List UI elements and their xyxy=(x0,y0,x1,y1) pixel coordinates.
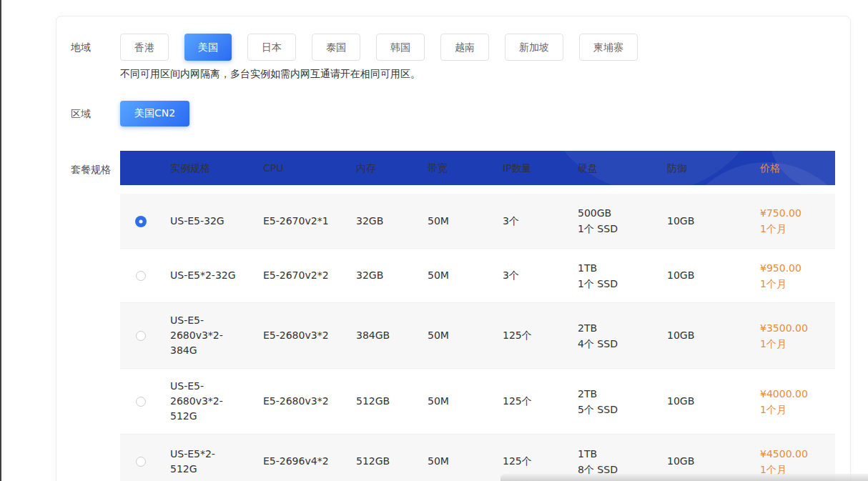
price-period: 1个月 xyxy=(760,336,835,352)
cell-defense: 10GB xyxy=(659,454,751,469)
plan-radio[interactable] xyxy=(136,457,146,467)
package-label: 套餐规格 xyxy=(71,162,120,177)
price-amount: ¥750.00 xyxy=(760,205,835,221)
cell-bandwidth: 50M xyxy=(419,394,494,409)
table-body: US-E5-32GE5-2670v2*132GB50M3个500GB1个 SSD… xyxy=(120,194,835,481)
window-edge-line xyxy=(0,0,1,481)
server-purchase-card: 地域 香港美国日本泰国韩国越南新加坡柬埔寨 不同可用区间内网隔离，多台实例如需内… xyxy=(56,16,851,481)
cell-memory: 32GB xyxy=(347,214,419,229)
zone-row: 区域 美国CN2 xyxy=(71,101,850,127)
header-cell-4: 带宽 xyxy=(419,161,494,176)
cell-memory: 384GB xyxy=(347,328,419,343)
price-period: 1个月 xyxy=(760,276,835,292)
cell-bandwidth: 50M xyxy=(419,268,494,283)
region-button-7[interactable]: 新加坡 xyxy=(505,34,563,61)
cell-defense: 10GB xyxy=(659,214,751,229)
cell-ip-count: 3个 xyxy=(494,268,569,283)
plan-radio[interactable] xyxy=(135,216,147,227)
cell-price: ¥750.001个月 xyxy=(751,205,835,237)
header-cell-3: 内存 xyxy=(347,161,419,176)
cell-price: ¥950.001个月 xyxy=(751,260,835,292)
price-period: 1个月 xyxy=(760,221,835,237)
cell-bandwidth: 50M xyxy=(419,214,494,229)
cell-disk: 1TB8个 SSD xyxy=(569,446,659,477)
cell-defense: 10GB xyxy=(659,394,751,409)
package-plan-row-4[interactable]: US-E5-2680v3*2-512GE5-2680v3*2512GB50M12… xyxy=(120,368,835,434)
cell-cpu: E5-2670v2*1 xyxy=(255,214,347,229)
price-amount: ¥950.00 xyxy=(760,260,835,276)
region-button-5[interactable]: 韩国 xyxy=(376,34,425,61)
region-button-8[interactable]: 柬埔寨 xyxy=(579,34,638,61)
price-amount: ¥3500.00 xyxy=(760,320,835,336)
cell-instance-spec: US-E5*2-32G xyxy=(162,268,255,283)
region-button-6[interactable]: 越南 xyxy=(440,34,489,61)
header-cell-1: 实例规格 xyxy=(162,161,255,176)
package-plan-row-2[interactable]: US-E5*2-32GE5-2670v2*232GB50M3个1TB1个 SSD… xyxy=(120,248,835,302)
cell-instance-spec: US-E5-2680v3*2-384G xyxy=(162,313,255,358)
price-amount: ¥4000.00 xyxy=(760,386,835,402)
cell-cpu: E5-2680v3*2 xyxy=(255,328,347,343)
cell-disk: 500GB1个 SSD xyxy=(569,205,659,237)
cell-disk: 2TB4个 SSD xyxy=(569,320,659,352)
cell-memory: 512GB xyxy=(347,394,419,409)
zone-label: 区域 xyxy=(71,101,120,127)
cell-memory: 32GB xyxy=(347,268,419,283)
header-cell-6: 硬盘 xyxy=(569,161,659,176)
bottom-bar-shadow xyxy=(500,474,868,481)
cell-defense: 10GB xyxy=(659,268,751,283)
header-cell-7: 防御 xyxy=(659,161,751,176)
cell-ip-count: 3个 xyxy=(494,214,569,229)
header-cell-2: CPU xyxy=(255,161,347,176)
cell-bandwidth: 50M xyxy=(419,328,494,343)
cell-ip-count: 125个 xyxy=(494,328,569,343)
package-plan-row-1[interactable]: US-E5-32GE5-2670v2*132GB50M3个500GB1个 SSD… xyxy=(120,194,835,248)
plan-radio[interactable] xyxy=(136,271,146,281)
cell-disk: 2TB5个 SSD xyxy=(569,386,659,417)
cell-instance-spec: US-E5*2-512G xyxy=(162,447,255,477)
region-button-2[interactable]: 美国 xyxy=(184,34,232,61)
cell-price: ¥4000.001个月 xyxy=(751,386,835,417)
cell-defense: 10GB xyxy=(659,328,751,343)
plan-radio[interactable] xyxy=(136,397,146,407)
cell-bandwidth: 50M xyxy=(419,454,494,469)
price-period: 1个月 xyxy=(760,402,835,417)
zone-button-1[interactable]: 美国CN2 xyxy=(120,101,189,127)
cell-price: ¥4500.001个月 xyxy=(751,446,835,477)
region-button-1[interactable]: 香港 xyxy=(120,34,169,61)
cell-memory: 512GB xyxy=(347,454,419,469)
package-row: 套餐规格 实例规格CPU内存带宽IP数量硬盘防御价格 US-E5-32GE5-2… xyxy=(71,151,850,481)
header-cell-5: IP数量 xyxy=(494,161,569,176)
zone-button-group: 美国CN2 xyxy=(120,101,850,127)
region-note: 不同可用区间内网隔离，多台实例如需内网互通请开在相同可用区。 xyxy=(120,66,850,81)
plan-radio[interactable] xyxy=(136,331,146,341)
region-button-4[interactable]: 泰国 xyxy=(312,34,360,61)
cell-instance-spec: US-E5-2680v3*2-512G xyxy=(162,379,255,424)
package-table: 实例规格CPU内存带宽IP数量硬盘防御价格 US-E5-32GE5-2670v2… xyxy=(120,151,835,481)
region-label: 地域 xyxy=(71,34,120,61)
package-plan-row-3[interactable]: US-E5-2680v3*2-384GE5-2680v3*2384GB50M12… xyxy=(120,302,835,368)
cell-ip-count: 125个 xyxy=(494,454,569,469)
cell-price: ¥3500.001个月 xyxy=(751,320,835,352)
header-cell-8: 价格 xyxy=(751,161,835,176)
region-row: 地域 香港美国日本泰国韩国越南新加坡柬埔寨 不同可用区间内网隔离，多台实例如需内… xyxy=(71,34,850,81)
cell-cpu: E5-2670v2*2 xyxy=(255,268,347,283)
region-button-group: 香港美国日本泰国韩国越南新加坡柬埔寨 xyxy=(120,34,850,61)
price-amount: ¥4500.00 xyxy=(760,446,835,462)
cell-instance-spec: US-E5-32G xyxy=(162,214,255,229)
region-button-3[interactable]: 日本 xyxy=(247,34,296,61)
page: 地域 香港美国日本泰国韩国越南新加坡柬埔寨 不同可用区间内网隔离，多台实例如需内… xyxy=(0,0,868,481)
cell-disk: 1TB1个 SSD xyxy=(569,260,659,292)
table-header: 实例规格CPU内存带宽IP数量硬盘防御价格 xyxy=(120,151,835,185)
cell-cpu: E5-2696v4*2 xyxy=(255,454,347,469)
cell-cpu: E5-2680v3*2 xyxy=(255,394,347,409)
cell-ip-count: 125个 xyxy=(494,394,569,409)
